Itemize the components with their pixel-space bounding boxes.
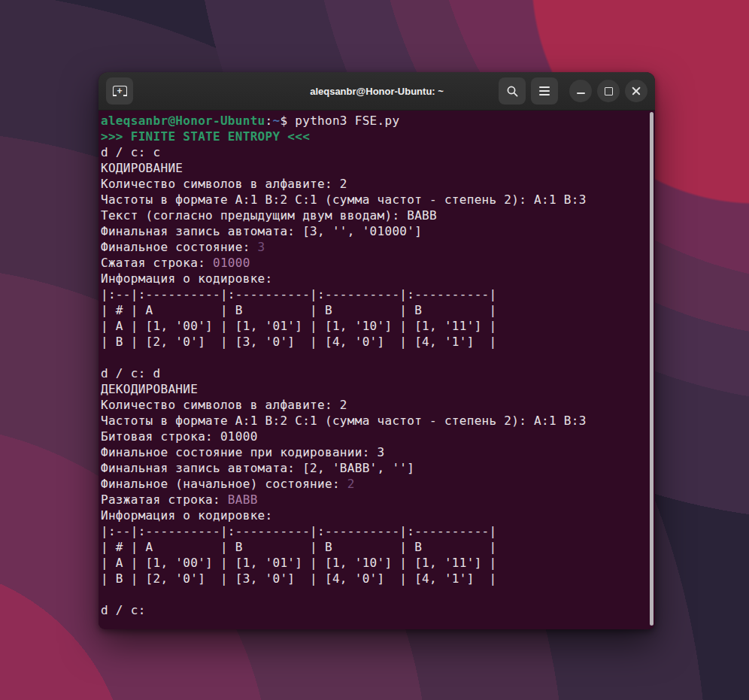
terminal-line: Сжатая строка: 01000 [101, 255, 646, 271]
plus-glyph: + [117, 86, 122, 95]
terminal-line: Финальное состояние: 3 [101, 239, 646, 255]
terminal-line: |:--|:----------|:----------|:----------… [101, 286, 646, 302]
new-tab-button[interactable]: + [106, 77, 133, 105]
window-title: aleqsanbr@Honor-Ubuntu: ~ [310, 86, 444, 97]
terminal-line: Финальное состояние при кодировании: 3 [101, 444, 646, 460]
terminal-window: + aleqsanbr@Honor-Ubuntu: ~ [99, 72, 655, 629]
hamburger-menu-icon [539, 86, 550, 95]
terminal-line: ДЕКОДИРОВАНИЕ [101, 381, 646, 397]
terminal-line: >>> FINITE STATE ENTROPY <<< [101, 129, 646, 144]
terminal-line: aleqsanbr@Honor-Ubuntu:~$ python3 FSE.py [101, 113, 646, 129]
terminal-line: d / c: c [101, 144, 646, 160]
terminal-screen[interactable]: aleqsanbr@Honor-Ubuntu:~$ python3 FSE.py… [99, 111, 655, 629]
close-button[interactable] [625, 80, 647, 102]
terminal-line: Разжатая строка: BABB [101, 492, 646, 508]
scrollbar-thumb[interactable] [650, 112, 653, 626]
terminal-line: Информация о кодировке: [101, 508, 646, 523]
terminal-line: d / c: d [101, 365, 646, 381]
maximize-icon [605, 87, 613, 95]
terminal-line: Частоты в формате A:1 B:2 C:1 (сумма час… [101, 413, 646, 429]
search-icon [506, 85, 519, 98]
terminal-line: Частоты в формате A:1 B:2 C:1 (сумма час… [101, 192, 646, 208]
terminal-line: | # | A | B | B | B | [101, 539, 646, 555]
minimize-icon [577, 92, 585, 94]
terminal-line [101, 586, 646, 602]
search-button[interactable] [499, 77, 526, 105]
maximize-button[interactable] [597, 80, 620, 102]
terminal-line: Финальная запись автомата: [2, 'BABB', '… [101, 460, 646, 476]
terminal-line: Количество символов в алфавите: 2 [101, 176, 646, 192]
terminal-line: | B | [2, '0'] | [3, '0'] | [4, '0'] | [… [101, 571, 646, 586]
terminal-line: | A | [1, '00'] | [1, '01'] | [1, '10'] … [101, 318, 646, 334]
terminal-output: aleqsanbr@Honor-Ubuntu:~$ python3 FSE.py… [99, 111, 655, 618]
desktop-wallpaper: + aleqsanbr@Honor-Ubuntu: ~ [0, 0, 749, 700]
terminal-line: d / c: [101, 602, 646, 618]
terminal-line: | B | [2, '0'] | [3, '0'] | [4, '0'] | [… [101, 334, 646, 350]
terminal-line: | A | [1, '00'] | [1, '01'] | [1, '10'] … [101, 555, 646, 571]
minimize-button[interactable] [569, 80, 592, 102]
terminal-line: Текст (согласно предыдущим двум вводам):… [101, 208, 646, 223]
menu-button[interactable] [531, 77, 558, 105]
terminal-line: Информация о кодировке: [101, 271, 646, 286]
terminal-line: КОДИРОВАНИЕ [101, 160, 646, 176]
terminal-line: Финальная запись автомата: [3, '', '0100… [101, 223, 646, 239]
terminal-line [101, 350, 646, 365]
new-tab-icon: + [113, 86, 127, 96]
titlebar-controls [499, 77, 647, 105]
terminal-line: |:--|:----------|:----------|:----------… [101, 523, 646, 539]
terminal-line: Битовая строка: 01000 [101, 429, 646, 444]
close-icon [632, 86, 641, 95]
terminal-line: Количество символов в алфавите: 2 [101, 397, 646, 413]
titlebar: + aleqsanbr@Honor-Ubuntu: ~ [99, 72, 655, 111]
terminal-line: Финальное (начальное) состояние: 2 [101, 476, 646, 492]
terminal-line: | # | A | B | B | B | [101, 302, 646, 318]
